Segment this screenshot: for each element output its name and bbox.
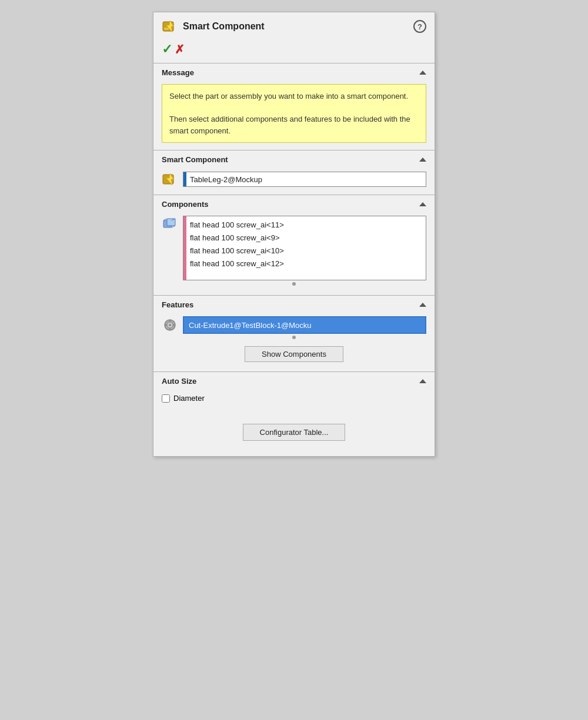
list-item[interactable]: flat head 100 screw_ai<11>: [190, 219, 422, 232]
help-button[interactable]: ?: [413, 20, 426, 33]
message-section-body: Select the part or assembly you want to …: [153, 81, 435, 150]
scroll-dot: [292, 336, 296, 339]
components-list-box: flat head 100 screw_ai<11> flat head 100…: [162, 216, 426, 280]
components-section-body: flat head 100 screw_ai<11> flat head 100…: [153, 212, 435, 295]
message-line1: Select the part or assembly you want to …: [169, 91, 419, 102]
list-item[interactable]: flat head 100 screw_ai<12>: [190, 257, 422, 270]
auto-size-section: Auto Size Diameter: [153, 372, 435, 411]
auto-size-section-title: Auto Size: [162, 377, 196, 386]
features-section-title: Features: [162, 300, 193, 309]
smart-component-field-icon: [162, 171, 178, 187]
svg-rect-13: [169, 320, 171, 322]
svg-rect-15: [165, 324, 167, 326]
list-item[interactable]: flat head 100 screw_ai<10>: [190, 245, 422, 257]
smart-component-section-header[interactable]: Smart Component: [153, 150, 435, 168]
smart-component-icon: [162, 18, 178, 35]
features-collapse-icon: [419, 303, 426, 307]
message-section: Message Select the part or assembly you …: [153, 63, 435, 150]
smart-component-section-title: Smart Component: [162, 155, 228, 164]
panel-header: Smart Component ?: [153, 12, 435, 39]
toolbar: ✓ ✗: [153, 39, 435, 63]
message-section-header[interactable]: Message: [153, 63, 435, 81]
confirm-button[interactable]: ✓: [162, 42, 172, 57]
message-collapse-icon: [419, 71, 426, 75]
smart-component-input-wrapper: [183, 172, 426, 187]
show-components-button[interactable]: Show Components: [245, 346, 343, 362]
features-field[interactable]: Cut-Extrude1@TestBlock-1@Mocku: [183, 316, 426, 334]
smart-component-field[interactable]: [186, 172, 426, 186]
features-section-header[interactable]: Features: [153, 296, 435, 313]
svg-rect-2: [164, 28, 169, 30]
components-collapse-icon: [419, 202, 426, 206]
features-input-row: Cut-Extrude1@TestBlock-1@Mocku: [162, 316, 426, 334]
list-item[interactable]: flat head 100 screw_ai<9>: [190, 232, 422, 245]
features-icon: [162, 317, 178, 333]
message-box: Select the part or assembly you want to …: [162, 84, 426, 143]
panel-title: Smart Component: [183, 21, 265, 32]
svg-point-12: [169, 324, 171, 326]
components-list-field[interactable]: flat head 100 screw_ai<11> flat head 100…: [183, 216, 426, 280]
components-section: Components flat head 100 scr: [153, 195, 435, 295]
svg-rect-16: [173, 324, 175, 326]
svg-rect-6: [167, 219, 175, 226]
features-scroll-indicator: [162, 334, 426, 341]
smart-component-collapse-icon: [419, 158, 426, 162]
message-section-title: Message: [162, 68, 194, 77]
diameter-checkbox-row: Diameter: [162, 393, 426, 404]
components-list-content: flat head 100 screw_ai<11> flat head 100…: [186, 216, 426, 280]
smart-component-section: Smart Component: [153, 150, 435, 195]
scroll-dot: [292, 282, 296, 286]
smart-component-panel: Smart Component ? ✓ ✗ Message Select the…: [153, 12, 435, 457]
components-section-header[interactable]: Components: [153, 195, 435, 212]
components-section-title: Components: [162, 200, 208, 209]
smart-component-section-body: [153, 168, 435, 195]
auto-size-section-header[interactable]: Auto Size: [153, 372, 435, 389]
diameter-checkbox[interactable]: [162, 394, 170, 403]
title-group: Smart Component: [162, 18, 265, 35]
configurator-section: Configurator Table...: [153, 411, 435, 456]
svg-rect-14: [169, 328, 171, 330]
message-line2: Then select additional components and fe…: [169, 113, 419, 136]
features-section-body: Cut-Extrude1@TestBlock-1@Mocku Show Comp…: [153, 313, 435, 371]
auto-size-section-body: Diameter: [153, 389, 435, 411]
components-icon: [162, 216, 178, 232]
cancel-button[interactable]: ✗: [175, 42, 185, 56]
components-scroll-indicator: [162, 280, 426, 288]
auto-size-collapse-icon: [419, 379, 426, 383]
features-section: Features Cut-Extrude1@TestBlock-1@Moc: [153, 296, 435, 371]
smart-component-input-row: [162, 171, 426, 187]
configurator-table-button[interactable]: Configurator Table...: [243, 424, 346, 441]
diameter-label: Diameter: [173, 394, 205, 403]
